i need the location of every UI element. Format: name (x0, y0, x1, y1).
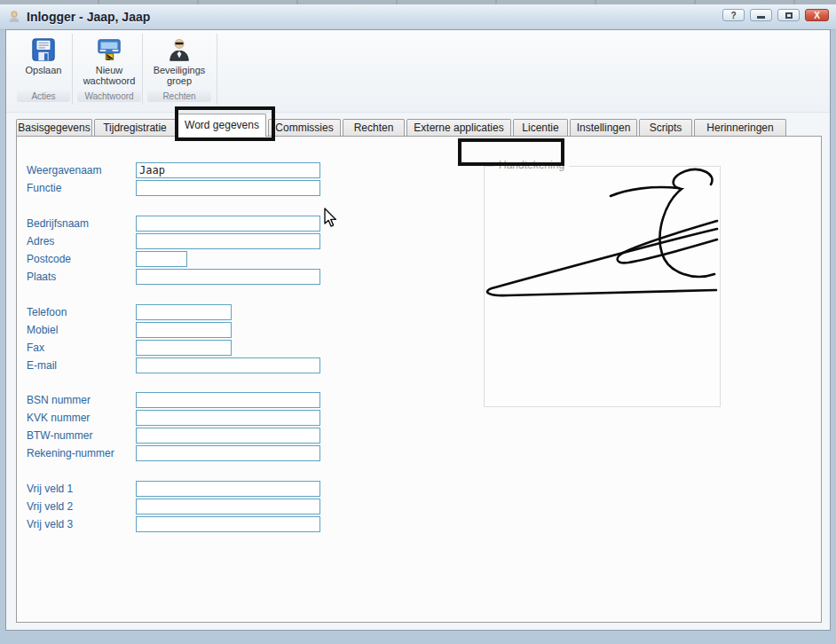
window-title: Inlogger - Jaap, Jaap (27, 10, 150, 24)
toolbar-separator (72, 34, 73, 105)
signature-stroke (611, 187, 679, 196)
tab-rechten[interactable]: Rechten (343, 119, 405, 137)
toolbar-button-label: Beveiligings groep (154, 65, 206, 86)
toolbar-group: Nieuw wachtwoord Wachtwoord (75, 32, 143, 110)
tab-word-gegevens[interactable]: Word gegevens (177, 114, 266, 137)
form-label-email: E-mail (27, 359, 57, 372)
security-group-icon (166, 36, 193, 63)
tab-commissies[interactable]: Commissies (268, 119, 341, 137)
form-input-postcode[interactable] (136, 251, 187, 267)
nieuw-wachtwoord-button[interactable]: Nieuw wachtwoord (75, 34, 143, 90)
window-controls: ?X (722, 9, 829, 21)
form-input-telefoon[interactable] (136, 304, 232, 320)
signature-group-caption: Handtekening (494, 159, 569, 171)
tab-externe-applicaties[interactable]: Externe applicaties (406, 119, 511, 137)
tab-strip: BasisgegevensTijdregistratieWord gegeven… (16, 113, 786, 137)
beveiligings-groep-button[interactable]: Beveiligings groep (146, 34, 213, 90)
toolbar-button-label: Nieuw wachtwoord (83, 65, 136, 86)
form-label-adres: Adres (27, 235, 54, 247)
minimize-button[interactable] (750, 9, 772, 21)
form-label-kvk-nummer: KVK nummer (27, 412, 90, 424)
toolbar-group-caption: Rechten (147, 90, 211, 102)
tab-instellingen[interactable]: Instellingen (570, 119, 637, 137)
form-input-email[interactable] (136, 357, 320, 373)
form-input-rekening-nummer[interactable] (136, 445, 320, 461)
toolbar-button-label: Opslaan (26, 65, 62, 75)
tab-tijdregistratie[interactable]: Tijdregistratie (94, 119, 176, 137)
toolbar-group: Opslaan Acties (15, 32, 72, 110)
form-input-kvk-nummer[interactable] (136, 410, 320, 426)
form-label-btw-nummer: BTW-nummer (27, 429, 92, 442)
toolbar-group: Beveiligings groep Rechten (146, 32, 213, 110)
form-label-vrij-veld-3: Vrij veld 3 (27, 518, 73, 530)
form-input-btw-nummer[interactable] (136, 428, 320, 444)
close-button[interactable]: X (805, 9, 829, 21)
tab-scripts[interactable]: Scripts (639, 119, 692, 137)
toolbar: Opslaan Acties Nieuw wachtwoord Wachtwoo… (6, 30, 830, 113)
restore-button[interactable] (777, 9, 800, 21)
form-label-fax: Fax (27, 342, 44, 354)
form-input-adres[interactable] (136, 233, 320, 249)
signature-stroke (487, 229, 717, 295)
toolbar-group-caption: Acties (17, 90, 70, 102)
titlebar: Inlogger - Jaap, Jaap ?X (0, 4, 836, 30)
form-label-postcode: Postcode (27, 253, 71, 265)
form-input-vrij-veld-1[interactable] (136, 481, 320, 497)
form-input-weergavenaam[interactable] (136, 162, 320, 178)
tab-basisgegevens[interactable]: Basisgegevens (16, 119, 92, 137)
form-input-plaats[interactable] (136, 269, 320, 285)
form-input-functie[interactable] (136, 180, 320, 196)
form-input-bedrijfsnaam[interactable] (136, 216, 320, 232)
opslaan-button[interactable]: Opslaan (15, 34, 72, 90)
form-label-vrij-veld-2: Vrij veld 2 (27, 500, 73, 513)
form-label-plaats: Plaats (27, 271, 56, 283)
form-label-vrij-veld-1: Vrij veld 1 (27, 483, 73, 495)
toolbar-separator (217, 34, 217, 105)
form-label-functie: Functie (27, 182, 61, 194)
help-button[interactable]: ? (722, 9, 745, 21)
form-input-fax[interactable] (136, 340, 232, 356)
form-label-rekening-nummer: Rekening-nummer (27, 447, 114, 459)
restore-icon (785, 12, 793, 19)
save-icon (30, 36, 57, 63)
form-input-mobiel[interactable] (136, 322, 232, 338)
minimize-icon (757, 16, 765, 19)
tab-licentie[interactable]: Licentie (513, 119, 568, 137)
tab-page-word-gegevens: Handtekening WeergavenaamFunctieBedrijfs… (16, 136, 822, 623)
client-area: Opslaan Acties Nieuw wachtwoord Wachtwoo… (5, 29, 831, 631)
form-input-vrij-veld-2[interactable] (136, 499, 320, 514)
user-icon (7, 10, 21, 24)
form-label-mobiel: Mobiel (27, 324, 58, 336)
form-label-weergavenaam: Weergavenaam (27, 164, 102, 177)
form-label-bsn-nummer: BSN nummer (27, 394, 91, 406)
toolbar-group-caption: Wachtwoord (77, 90, 141, 102)
signature-drawing (484, 163, 719, 407)
form-input-vrij-veld-3[interactable] (136, 516, 320, 532)
tab-herinneringen[interactable]: Herinneringen (694, 119, 786, 137)
form-label-telefoon: Telefoon (27, 306, 67, 318)
form-input-bsn-nummer[interactable] (136, 392, 320, 408)
toolbar-separator (142, 34, 143, 105)
form-label-bedrijfsnaam: Bedrijfsnaam (27, 217, 89, 230)
new-password-icon (96, 36, 122, 63)
